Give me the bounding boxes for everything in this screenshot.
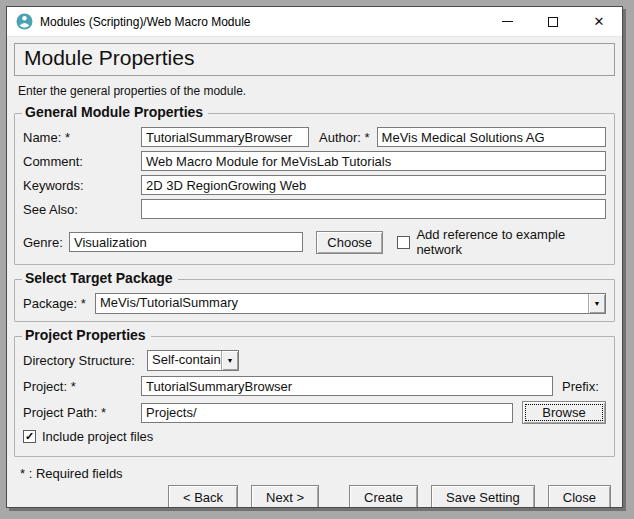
project-path-label: Project Path: * <box>23 405 141 420</box>
close-button[interactable]: ✕ <box>576 7 622 36</box>
directory-structure-selected-value: Self-contained <box>148 351 221 370</box>
keywords-input[interactable] <box>141 175 606 195</box>
choose-genre-button[interactable]: Choose <box>316 231 383 254</box>
row-package: Package: * MeVis/TutorialSummary ▼ <box>23 293 606 314</box>
directory-structure-label: Directory Structure: <box>23 353 147 368</box>
group-title-package: Select Target Package <box>22 270 178 286</box>
row-keywords: Keywords: <box>23 175 606 195</box>
row-comment: Comment: <box>23 151 606 171</box>
module-wizard-dialog: Modules (Scripting)/Web Macro Module ✕ M… <box>6 6 623 508</box>
add-reference-checkbox[interactable] <box>397 236 410 249</box>
see-also-input[interactable] <box>141 199 606 219</box>
see-also-label: See Also: <box>23 202 141 217</box>
row-genre: Genre: Choose Add reference to example n… <box>23 227 606 257</box>
author-label: Author: * <box>319 130 370 145</box>
mevislab-logo-icon <box>16 13 33 30</box>
author-input[interactable] <box>377 127 606 147</box>
package-label: Package: * <box>23 296 95 311</box>
group-title-general: General Module Properties <box>22 104 208 120</box>
page-subtitle: Enter the general properties of the modu… <box>18 84 611 98</box>
project-input[interactable] <box>141 376 553 396</box>
next-button[interactable]: Next > <box>251 485 319 507</box>
name-input[interactable] <box>141 127 309 147</box>
group-select-target-package: Select Target Package Package: * MeVis/T… <box>14 279 615 322</box>
dropdown-arrow-icon[interactable]: ▼ <box>588 294 605 313</box>
title-bar[interactable]: Modules (Scripting)/Web Macro Module ✕ <box>7 7 622 37</box>
directory-structure-select[interactable]: Self-contained ▼ <box>147 350 239 371</box>
package-select[interactable]: MeVis/TutorialSummary ▼ <box>95 293 606 314</box>
minimize-button[interactable] <box>484 7 530 36</box>
comment-input[interactable] <box>141 151 606 171</box>
genre-label: Genre: <box>23 235 69 250</box>
project-path-input[interactable] <box>141 403 513 423</box>
close-dialog-button[interactable]: Close <box>548 485 611 507</box>
keywords-label: Keywords: <box>23 178 141 193</box>
maximize-button[interactable] <box>530 7 576 36</box>
create-button[interactable]: Create <box>349 485 418 507</box>
browse-button[interactable]: Browse <box>522 401 606 424</box>
page-header: Module Properties <box>14 43 615 76</box>
dialog-content: Module Properties Enter the general prop… <box>7 37 622 507</box>
project-label: Project: * <box>23 379 141 394</box>
comment-label: Comment: <box>23 154 141 169</box>
name-label: Name: * <box>23 130 141 145</box>
row-project: Project: * Prefix: <box>23 376 606 396</box>
add-reference-label: Add reference to example network <box>416 227 606 257</box>
save-setting-button[interactable]: Save Setting <box>431 485 535 507</box>
page-title: Module Properties <box>24 46 605 70</box>
prefix-label: Prefix: <box>562 379 606 394</box>
wizard-button-row: < Back Next > Create Save Setting Close <box>14 481 615 507</box>
group-title-project: Project Properties <box>22 327 151 343</box>
dropdown-arrow-icon[interactable]: ▼ <box>221 351 238 370</box>
include-project-files-label: Include project files <box>42 429 153 444</box>
package-selected-value: MeVis/TutorialSummary <box>96 294 588 313</box>
include-project-files-checkbox[interactable]: ✓ <box>23 430 36 443</box>
group-project-properties: Project Properties Directory Structure: … <box>14 336 615 457</box>
row-name-author: Name: * Author: * <box>23 127 606 147</box>
group-general-module-properties: General Module Properties Name: * Author… <box>14 113 615 265</box>
row-directory-structure: Directory Structure: Self-contained ▼ <box>23 350 606 371</box>
row-include-project-files: ✓ Include project files <box>23 429 606 444</box>
window-title: Modules (Scripting)/Web Macro Module <box>40 15 251 29</box>
row-see-also: See Also: <box>23 199 606 219</box>
required-fields-note: * : Required fields <box>20 466 609 481</box>
genre-input[interactable] <box>69 232 303 252</box>
row-project-path: Project Path: * Browse <box>23 401 606 424</box>
back-button[interactable]: < Back <box>168 485 238 507</box>
